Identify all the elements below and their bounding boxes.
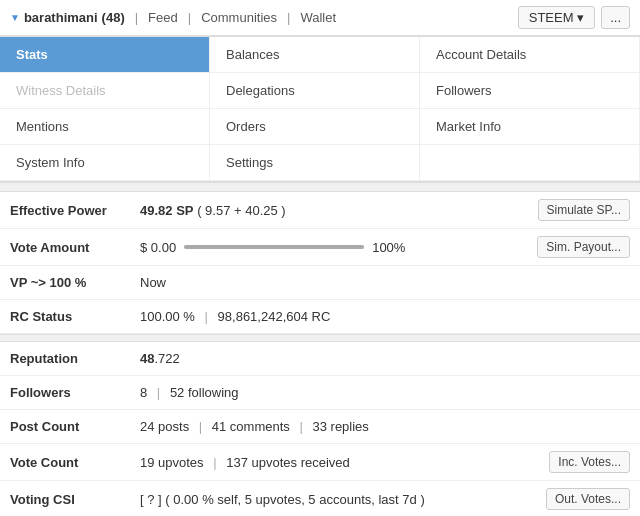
sep3: | [287, 10, 290, 25]
more-button[interactable]: ... [601, 6, 630, 29]
vote-pct-value: 100% [372, 240, 405, 255]
following-count: 52 following [170, 385, 239, 400]
vote-amount-row: Vote Amount $ 0.00 100% Sim. Payout... [0, 229, 640, 266]
vote-slider-container: $ 0.00 100% [140, 240, 537, 255]
menu-account-details[interactable]: Account Details [420, 37, 640, 73]
vote-amount-value: $ 0.00 [140, 240, 176, 255]
voting-csi-label: Voting CSI [10, 492, 140, 507]
top-nav: ▼ barathimani (48) | Feed | Communities … [0, 0, 640, 36]
post-sep2: | [299, 419, 302, 434]
vote-count-value: 19 upvotes | 137 upvotes received [140, 455, 549, 470]
section-divider-1 [0, 334, 640, 342]
menu-settings[interactable]: Settings [210, 145, 420, 181]
vote-amount-label: Vote Amount [10, 240, 140, 255]
menu-delegations[interactable]: Delegations [210, 73, 420, 109]
followers-label: Followers [10, 385, 140, 400]
effective-power-value: 49.82 SP ( 9.57 + 40.25 ) [140, 203, 538, 218]
menu-grid: Stats Balances Account Details Witness D… [0, 36, 640, 183]
steem-button[interactable]: STEEM ▾ [518, 6, 595, 29]
posts-count: 24 posts [140, 419, 189, 434]
rc-status-row: RC Status 100.00 % | 98,861,242,604 RC [0, 300, 640, 334]
rc-pct: 100.00 % [140, 309, 195, 324]
replies-count: 33 replies [312, 419, 368, 434]
reputation-row: Reputation 48.722 [0, 342, 640, 376]
followers-count: 8 [140, 385, 147, 400]
nav-wallet-link[interactable]: Wallet [300, 10, 336, 25]
menu-empty [420, 145, 640, 181]
menu-stats[interactable]: Stats [0, 37, 210, 73]
vp-value: Now [140, 275, 630, 290]
nav-username[interactable]: ▼ barathimani (48) [10, 10, 125, 25]
rc-label: RC Status [10, 309, 140, 324]
ep-detail: ( 9.57 + 40.25 ) [197, 203, 286, 218]
post-count-value: 24 posts | 41 comments | 33 replies [140, 419, 630, 434]
user-rep: (48) [102, 10, 125, 25]
vp-row: VP ~> 100 % Now [0, 266, 640, 300]
username-text: barathimani [24, 10, 98, 25]
voting-csi-row: Voting CSI [ ? ] ( 0.00 % self, 5 upvote… [0, 481, 640, 516]
vote-sep: | [213, 455, 216, 470]
reputation-label: Reputation [10, 351, 140, 366]
sep2: | [188, 10, 191, 25]
nav-triangle-icon: ▼ [10, 12, 20, 23]
menu-market-info[interactable]: Market Info [420, 109, 640, 145]
vp-label: VP ~> 100 % [10, 275, 140, 290]
upvotes-received: 137 upvotes received [226, 455, 350, 470]
slider-fill [184, 245, 364, 249]
rep-integer: 48 [140, 351, 154, 366]
menu-balances[interactable]: Balances [210, 37, 420, 73]
inc-votes-button[interactable]: Inc. Votes... [549, 451, 630, 473]
voting-csi-value: [ ? ] ( 0.00 % self, 5 upvotes, 5 accoun… [140, 492, 546, 507]
sim-payout-button[interactable]: Sim. Payout... [537, 236, 630, 258]
reputation-value: 48.722 [140, 351, 630, 366]
post-count-row: Post Count 24 posts | 41 comments | 33 r… [0, 410, 640, 444]
sep1: | [135, 10, 138, 25]
followers-row: Followers 8 | 52 following [0, 376, 640, 410]
main-content: Effective Power 49.82 SP ( 9.57 + 40.25 … [0, 191, 640, 516]
rc-sep: | [205, 309, 208, 324]
rc-value: 100.00 % | 98,861,242,604 RC [140, 309, 630, 324]
post-count-label: Post Count [10, 419, 140, 434]
menu-orders[interactable]: Orders [210, 109, 420, 145]
followers-sep: | [157, 385, 160, 400]
menu-witness-details: Witness Details [0, 73, 210, 109]
simulate-sp-button[interactable]: Simulate SP... [538, 199, 630, 221]
effective-power-row: Effective Power 49.82 SP ( 9.57 + 40.25 … [0, 192, 640, 229]
comments-count: 41 comments [212, 419, 290, 434]
menu-mentions[interactable]: Mentions [0, 109, 210, 145]
vote-count-label: Vote Count [10, 455, 140, 470]
effective-power-label: Effective Power [10, 203, 140, 218]
rep-decimal: .722 [154, 351, 179, 366]
vote-slider-bar[interactable] [184, 245, 364, 249]
menu-system-info[interactable]: System Info [0, 145, 210, 181]
ep-sp: 49.82 SP [140, 203, 194, 218]
nav-feed-link[interactable]: Feed [148, 10, 178, 25]
menu-followers[interactable]: Followers [420, 73, 640, 109]
rc-amount: 98,861,242,604 RC [218, 309, 331, 324]
upvotes-given: 19 upvotes [140, 455, 204, 470]
nav-communities-link[interactable]: Communities [201, 10, 277, 25]
followers-value: 8 | 52 following [140, 385, 630, 400]
post-sep1: | [199, 419, 202, 434]
out-votes-button[interactable]: Out. Votes... [546, 488, 630, 510]
vote-count-row: Vote Count 19 upvotes | 137 upvotes rece… [0, 444, 640, 481]
